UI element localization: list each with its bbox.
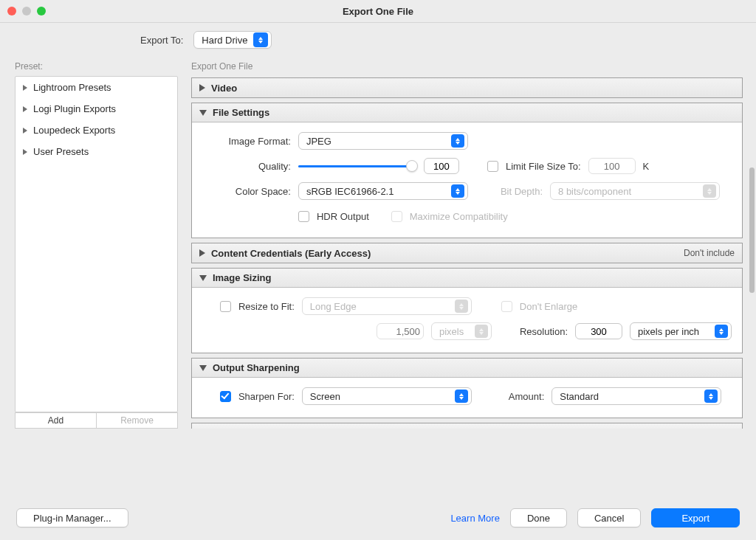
preset-item-logi[interactable]: Logi Plugin Exports <box>16 98 177 120</box>
dimension-unit-select: pixels <box>431 322 492 340</box>
panel-metadata: Metadata <box>191 423 743 429</box>
updown-icon <box>451 134 464 148</box>
disclosure-triangle-icon <box>199 84 205 91</box>
export-button[interactable]: Export <box>651 508 740 527</box>
updown-icon <box>704 390 718 403</box>
sharpen-for-label: Sharpen For: <box>238 391 295 402</box>
preset-item-label: User Presets <box>33 146 89 157</box>
panel-content-credentials: Content Credentials (Early Access) Don't… <box>191 243 743 263</box>
limit-filesize-label: Limit File Size To: <box>506 161 581 172</box>
dimension-input <box>377 323 424 339</box>
updown-icon <box>451 184 464 198</box>
updown-icon <box>703 184 716 198</box>
window-controls <box>7 7 46 15</box>
preset-item-loupedeck[interactable]: Loupedeck Exports <box>16 120 177 141</box>
disclosure-triangle-icon <box>199 249 205 257</box>
panel-header-image-sizing[interactable]: Image Sizing <box>192 269 742 288</box>
resize-mode-value: Long Edge <box>310 301 449 312</box>
quality-input[interactable] <box>424 158 459 174</box>
preset-buttons: Add Remove <box>15 412 178 429</box>
limit-filesize-checkbox[interactable] <box>487 161 498 172</box>
preset-sidebar: Preset: Lightroom Presets Logi Plugin Ex… <box>0 57 182 429</box>
color-space-value: sRGB IEC61966-2.1 <box>306 186 445 197</box>
updown-icon <box>475 325 488 338</box>
quality-slider[interactable] <box>298 159 416 173</box>
export-to-bar: Export To: Hard Drive <box>0 23 756 57</box>
hdr-output-checkbox[interactable] <box>298 211 309 222</box>
resize-checkbox[interactable] <box>220 301 231 312</box>
sharpen-checkbox[interactable] <box>220 391 231 402</box>
zoom-window-button[interactable] <box>37 7 46 15</box>
cancel-button[interactable]: Cancel <box>577 508 641 527</box>
export-to-label: Export To: <box>140 35 183 46</box>
titlebar: Export One File <box>0 0 756 22</box>
resolution-unit-value: pixels per inch <box>638 326 709 337</box>
panel-title: Output Sharpening <box>213 362 300 373</box>
plugin-manager-button[interactable]: Plug-in Manager... <box>16 508 128 527</box>
updown-icon <box>253 32 268 47</box>
bit-depth-label: Bit Depth: <box>501 186 543 197</box>
hdr-output-label: HDR Output <box>317 211 369 222</box>
panel-header-content-credentials[interactable]: Content Credentials (Early Access) Don't… <box>192 243 742 263</box>
updown-icon <box>455 390 468 403</box>
resolution-unit-select[interactable]: pixels per inch <box>630 322 732 340</box>
footer: Plug-in Manager... Learn More Done Cance… <box>0 496 756 540</box>
chevron-right-icon <box>23 106 27 112</box>
preset-list[interactable]: Lightroom Presets Logi Plugin Exports Lo… <box>15 76 178 412</box>
max-compat-label: Maximize Compatibility <box>410 211 508 222</box>
disclosure-triangle-icon <box>199 110 207 116</box>
panel-title: Metadata <box>213 428 254 429</box>
chevron-right-icon <box>23 149 27 155</box>
slider-thumb[interactable] <box>406 160 418 172</box>
panels-scroll[interactable]: Video File Settings Image Format: JPEG <box>191 77 743 429</box>
panel-header-video[interactable]: Video <box>192 78 742 97</box>
close-window-button[interactable] <box>7 7 16 15</box>
preset-item-lightroom[interactable]: Lightroom Presets <box>16 77 177 98</box>
panel-header-metadata[interactable]: Metadata <box>192 423 742 429</box>
panel-title: Video <box>211 83 237 94</box>
dont-enlarge-label: Don't Enlarge <box>520 301 577 312</box>
dont-enlarge-checkbox <box>501 301 512 312</box>
minimize-window-button[interactable] <box>22 7 31 15</box>
image-format-select[interactable]: JPEG <box>298 132 468 150</box>
export-to-select[interactable]: Hard Drive <box>193 31 272 49</box>
window-title: Export One File <box>0 6 756 17</box>
scrollbar[interactable] <box>749 167 755 293</box>
preset-item-user[interactable]: User Presets <box>16 141 177 162</box>
panel-title: File Settings <box>213 107 269 118</box>
image-format-label: Image Format: <box>202 136 291 147</box>
chevron-right-icon <box>23 128 27 134</box>
preset-item-label: Loupedeck Exports <box>33 125 115 136</box>
disclosure-triangle-icon <box>199 365 207 371</box>
resolution-input[interactable] <box>575 323 622 339</box>
panel-output-sharpening: Output Sharpening Sharpen For: Screen Am… <box>191 358 743 418</box>
done-button[interactable]: Done <box>510 508 567 527</box>
resize-mode-select: Long Edge <box>302 297 472 315</box>
sharpen-amount-value: Standard <box>560 391 698 402</box>
bit-depth-select: 8 bits/component <box>550 182 720 200</box>
limit-filesize-unit: K <box>643 161 650 172</box>
sharpen-amount-label: Amount: <box>509 391 544 402</box>
image-format-value: JPEG <box>306 136 445 147</box>
sharpen-for-select[interactable]: Screen <box>302 387 472 405</box>
panel-image-sizing: Image Sizing Resize to Fit: Long Edge Do <box>191 268 743 353</box>
settings-main: Export One File Video File Settings Imag… <box>182 57 756 429</box>
bit-depth-value: 8 bits/component <box>558 186 697 197</box>
panel-header-output-sharpening[interactable]: Output Sharpening <box>192 359 742 378</box>
preset-item-label: Lightroom Presets <box>33 82 111 93</box>
sharpen-amount-select[interactable]: Standard <box>551 387 721 405</box>
color-space-select[interactable]: sRGB IEC61966-2.1 <box>298 182 468 200</box>
add-preset-button[interactable]: Add <box>15 412 96 429</box>
preset-heading: Preset: <box>0 57 182 76</box>
content-credentials-value: Don't include <box>684 248 735 258</box>
sharpen-for-value: Screen <box>310 391 449 402</box>
remove-preset-button[interactable]: Remove <box>96 412 178 429</box>
color-space-label: Color Space: <box>202 186 291 197</box>
updown-icon <box>455 300 468 313</box>
panel-header-file-settings[interactable]: File Settings <box>192 103 742 122</box>
resize-label: Resize to Fit: <box>238 301 295 312</box>
limit-filesize-input[interactable] <box>588 158 636 174</box>
learn-more-link[interactable]: Learn More <box>450 513 499 524</box>
panel-video: Video <box>191 77 743 98</box>
quality-label: Quality: <box>202 161 291 172</box>
